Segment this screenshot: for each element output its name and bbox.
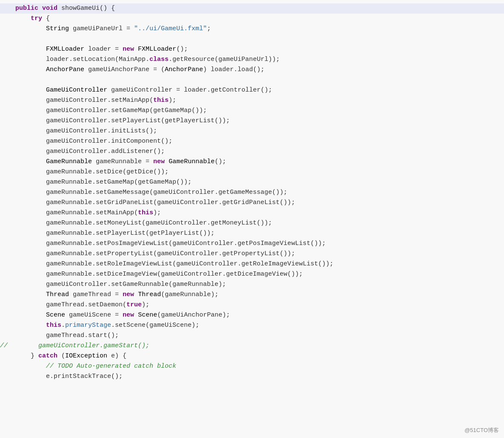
line-content: gameRunnable.setMainApp(this); — [0, 208, 499, 218]
code-line: gameUiController.initComponent(); — [0, 136, 504, 147]
line-content: try { — [0, 14, 499, 23]
code-line: try { — [0, 14, 504, 24]
code-line: gameRunnable.setGameMessage(gameUiContro… — [0, 187, 504, 198]
line-content: FXMLLoader loader = new FXMLLoader(); — [0, 44, 499, 54]
code-line: loader.setLocation(MainApp.class.getReso… — [0, 55, 504, 65]
code-line: gameUiController.setMainApp(this); — [0, 95, 504, 106]
line-content: gameRunnable.setPlayerList(getPlayerList… — [0, 228, 499, 238]
line-content: gameRunnable.setDice(getDice()); — [0, 167, 499, 177]
code-line: gameRunnable.setRoleImageViewList(gameUi… — [0, 259, 504, 269]
code-line: e.printStackTrace(); — [0, 372, 504, 382]
line-content: gameRunnable.setPropertyList(gameUiContr… — [0, 249, 499, 259]
code-line: GameUiController gameUiController = load… — [0, 85, 504, 95]
code-line: // gameUiController.gameStart(); — [0, 341, 504, 351]
line-content: GameUiController gameUiController = load… — [0, 85, 499, 95]
line-content: Thread gameThread = new Thread(gameRunna… — [0, 290, 499, 300]
code-line: gameRunnable.setPlayerList(getPlayerList… — [0, 228, 504, 239]
code-line: gameRunnable.setDiceImageView(gameUiCont… — [0, 269, 504, 280]
code-line: this.primaryStage.setScene(gameUiScene); — [0, 320, 504, 331]
code-line: String gameUiPaneUrl = "../ui/GameUi.fxm… — [0, 24, 504, 34]
code-line — [0, 34, 504, 44]
line-content: gameRunnable.setGridPaneList(gameUiContr… — [0, 198, 499, 207]
code-line: gameUiController.setGameMap(getGameMap()… — [0, 106, 504, 116]
line-content: gameThread.setDaemon(true); — [0, 300, 499, 310]
code-line: gameThread.start(); — [0, 331, 504, 341]
code-line: Scene gameUiScene = new Scene(gameUiAnch… — [0, 310, 504, 320]
line-content: AnchorPane gameUiAnchorPane = (AnchorPan… — [0, 65, 499, 75]
code-line: gameRunnable.setMoneyList(gameUiControll… — [0, 218, 504, 228]
line-content: gameRunnable.setGameMessage(gameUiContro… — [0, 187, 499, 197]
code-line: gameRunnable.setPropertyList(gameUiContr… — [0, 249, 504, 259]
line-content: String gameUiPaneUrl = "../ui/GameUi.fxm… — [0, 24, 499, 34]
line-content: gameRunnable.setPosImageViewList(gameUiC… — [0, 239, 499, 248]
code-line: gameUiController.addListener(); — [0, 147, 504, 157]
line-content: gameRunnable.setGameMap(getGameMap()); — [0, 177, 499, 187]
code-line: gameThread.setDaemon(true); — [0, 300, 504, 310]
code-line: gameRunnable.setGameMap(getGameMap()); — [0, 177, 504, 187]
line-content: // TODO Auto-generated catch block — [0, 361, 499, 371]
line-content: GameRunnable gameRunnable = new GameRunn… — [0, 157, 499, 167]
code-line: gameRunnable.setMainApp(this); — [0, 208, 504, 218]
line-content: gameUiController.initComponent(); — [0, 136, 499, 146]
code-line: GameRunnable gameRunnable = new GameRunn… — [0, 157, 504, 167]
line-content: } catch (IOException e) { — [0, 351, 499, 361]
code-line: } catch (IOException e) { — [0, 351, 504, 361]
line-content: gameUiController.setMainApp(this); — [0, 95, 499, 105]
line-content: gameUiController.initLists(); — [0, 126, 499, 136]
line-content: gameUiController.setPlayerList(getPlayer… — [0, 116, 499, 126]
code-line: gameUiController.setPlayerList(getPlayer… — [0, 116, 504, 126]
code-line: FXMLLoader loader = new FXMLLoader(); — [0, 44, 504, 55]
code-line: public void showGameUi() { — [0, 3, 504, 14]
line-content: gameThread.start(); — [0, 331, 499, 340]
line-content: // gameUiController.gameStart(); — [0, 341, 499, 351]
watermark: @51CTO博客 — [464, 426, 499, 435]
line-content: this.primaryStage.setScene(gameUiScene); — [0, 320, 499, 330]
code-line: gameRunnable.setPosImageViewList(gameUiC… — [0, 239, 504, 249]
line-content: loader.setLocation(MainApp.class.getReso… — [0, 55, 499, 64]
line-content: gameRunnable.setRoleImageViewList(gameUi… — [0, 259, 499, 269]
line-content: gameUiController.setGameMap(getGameMap()… — [0, 106, 499, 115]
line-content: e.printStackTrace(); — [0, 372, 499, 381]
line-content: gameUiController.addListener(); — [0, 147, 499, 156]
code-line: AnchorPane gameUiAnchorPane = (AnchorPan… — [0, 65, 504, 75]
line-content: public void showGameUi() { — [0, 3, 499, 13]
code-line: Thread gameThread = new Thread(gameRunna… — [0, 290, 504, 300]
code-line: gameUiController.setGameRunnable(gameRun… — [0, 280, 504, 290]
code-line: // TODO Auto-generated catch block — [0, 361, 504, 372]
code-line: gameRunnable.setGridPaneList(gameUiContr… — [0, 198, 504, 208]
line-content: gameRunnable.setMoneyList(gameUiControll… — [0, 218, 499, 228]
line-content: gameUiController.setGameRunnable(gameRun… — [0, 280, 499, 289]
code-line — [0, 75, 504, 85]
code-line: gameUiController.initLists(); — [0, 126, 504, 136]
code-line: gameRunnable.setDice(getDice()); — [0, 167, 504, 177]
line-content: gameRunnable.setDiceImageView(gameUiCont… — [0, 269, 499, 279]
code-editor: public void showGameUi() { try { String … — [0, 0, 504, 438]
line-content: Scene gameUiScene = new Scene(gameUiAnch… — [0, 310, 499, 320]
